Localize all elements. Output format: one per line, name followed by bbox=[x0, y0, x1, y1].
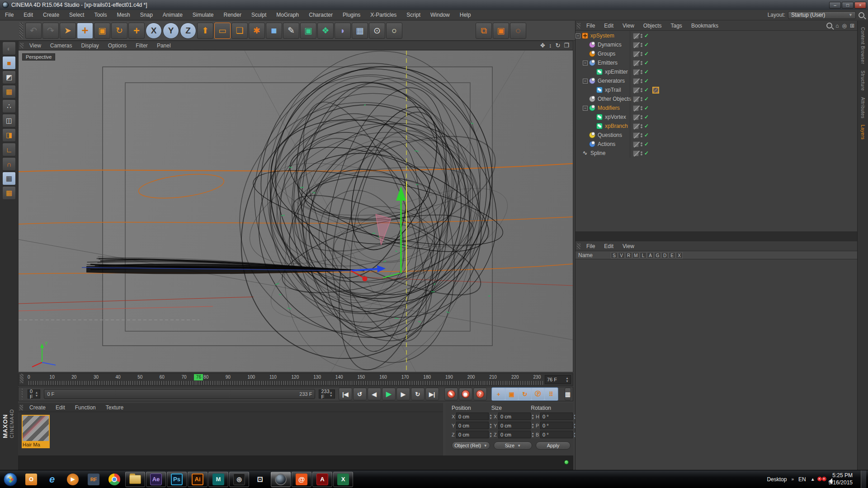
toolbar-button[interactable]: ▦ bbox=[352, 23, 368, 39]
viewport-nav-icon[interactable]: ✥ bbox=[540, 42, 545, 49]
stepper-icon[interactable]: ▲▼ bbox=[489, 413, 492, 420]
layer-column-button[interactable]: R bbox=[625, 252, 632, 258]
position-field[interactable]: Y0 cm▲▼ bbox=[452, 422, 492, 429]
mode-button[interactable]: ◫ bbox=[2, 114, 16, 127]
taskbar-after-effects[interactable]: Ae bbox=[146, 472, 166, 487]
toolbar-button[interactable]: ▭ bbox=[214, 23, 231, 39]
enabled-check-icon[interactable]: ✓ bbox=[644, 69, 649, 75]
stepper-icon[interactable]: ▲▼ bbox=[531, 413, 534, 420]
object-manager-menu-item[interactable]: File bbox=[582, 23, 599, 29]
transport-button[interactable]: |◀ bbox=[339, 388, 352, 400]
menu-item[interactable]: Create bbox=[38, 12, 64, 18]
object-row[interactable]: − xpEmitter ✓ bbox=[576, 67, 857, 76]
size-mode-dropdown[interactable]: Size▼ bbox=[494, 441, 532, 450]
start-frame-spinner[interactable]: 0 F▲▼ bbox=[28, 389, 40, 399]
timeline-grip[interactable] bbox=[20, 374, 24, 383]
material-name[interactable]: Hair Ma bbox=[22, 442, 50, 448]
menu-item[interactable]: Snap bbox=[135, 12, 158, 18]
object-manager-grip[interactable] bbox=[577, 23, 580, 28]
vertical-tab[interactable]: Content Browser bbox=[860, 27, 865, 64]
layer-toggle[interactable] bbox=[633, 96, 639, 102]
viewport-menu-item[interactable]: View bbox=[25, 42, 46, 49]
object-row[interactable]: − Questions ✓ bbox=[576, 131, 857, 140]
enabled-check-icon[interactable]: ✓ bbox=[644, 42, 649, 48]
coord-mode-dropdown[interactable]: Object (Rel)▼ bbox=[452, 441, 490, 450]
object-label[interactable]: xpVortex bbox=[605, 114, 626, 120]
search-icon[interactable] bbox=[859, 12, 864, 18]
toolbar-button[interactable]: ■ bbox=[266, 23, 282, 39]
layer-toggle[interactable] bbox=[633, 69, 639, 75]
enabled-check-icon[interactable]: ✓ bbox=[644, 123, 649, 129]
transport-button[interactable]: ▶| bbox=[425, 388, 439, 400]
toolbar-button[interactable]: + bbox=[77, 23, 93, 39]
transport-button[interactable]: ↺ bbox=[353, 388, 367, 400]
mode-button[interactable]: ▦ bbox=[2, 85, 16, 99]
keying-button[interactable]: + bbox=[492, 388, 505, 400]
preview-range-slider[interactable]: 0 F 233 F bbox=[44, 389, 315, 399]
apply-button[interactable]: Apply bbox=[536, 441, 571, 450]
toolbar-button[interactable]: + bbox=[128, 23, 145, 39]
material-swatch[interactable]: Hair Ma bbox=[22, 415, 50, 449]
toolbar-button[interactable]: ✱ bbox=[249, 23, 265, 39]
show-desktop-button[interactable] bbox=[861, 470, 866, 488]
frame-ruler[interactable]: 0102030405060708090100110120130140150160… bbox=[28, 374, 543, 385]
object-label[interactable]: Other Objects bbox=[598, 96, 631, 102]
object-row[interactable]: − Actions ✓ bbox=[576, 140, 857, 149]
mode-button[interactable]: ▦ bbox=[2, 172, 16, 185]
chevron-icon[interactable]: » bbox=[791, 477, 794, 482]
toolbar-button[interactable]: ○ bbox=[386, 23, 402, 39]
mode-button[interactable]: ◩ bbox=[2, 70, 16, 84]
viewport-nav-icon[interactable]: ↻ bbox=[555, 42, 560, 49]
start-button[interactable] bbox=[0, 472, 20, 487]
toolbar-button[interactable]: ❖ bbox=[317, 23, 334, 39]
enabled-check-icon[interactable]: ✓ bbox=[644, 150, 649, 156]
visibility-dots[interactable] bbox=[641, 97, 642, 102]
enabled-check-icon[interactable]: ✓ bbox=[644, 96, 649, 102]
transport-button[interactable]: ↻ bbox=[411, 388, 425, 400]
taskbar-explorer[interactable] bbox=[125, 472, 145, 487]
toolbar-button[interactable]: X bbox=[146, 23, 162, 39]
toolbar-button[interactable]: ◗ bbox=[335, 23, 351, 39]
viewport-menu-item[interactable]: Cameras bbox=[46, 42, 77, 49]
viewport-menu-item[interactable]: Display bbox=[76, 42, 103, 49]
object-label[interactable]: xpTrail bbox=[605, 87, 621, 93]
material-grip[interactable] bbox=[19, 405, 23, 410]
taskbar-cinema4d[interactable] bbox=[271, 472, 291, 487]
layer-column-button[interactable]: M bbox=[632, 252, 639, 258]
layer-menu-item[interactable]: File bbox=[582, 243, 599, 249]
object-label[interactable]: xpSystem bbox=[590, 33, 614, 39]
object-row[interactable]: − Other Objects ✓ bbox=[576, 94, 857, 103]
visibility-dots[interactable] bbox=[641, 61, 642, 66]
object-label[interactable]: Emitters bbox=[598, 60, 618, 66]
record-button[interactable]: ◉ bbox=[459, 388, 472, 400]
viewport-menu-item[interactable]: Filter bbox=[131, 42, 152, 49]
visibility-dots[interactable] bbox=[641, 151, 642, 156]
rotation-field[interactable]: B0 °▲▼ bbox=[536, 431, 576, 438]
layer-column-button[interactable]: S bbox=[611, 252, 618, 258]
object-label[interactable]: Dynamics bbox=[598, 42, 622, 48]
toolbar-button[interactable]: ❏ bbox=[231, 23, 248, 39]
menu-item[interactable]: Help bbox=[455, 12, 476, 18]
layer-toggle[interactable] bbox=[633, 132, 639, 138]
menu-item[interactable]: Select bbox=[64, 12, 89, 18]
layer-toggle[interactable] bbox=[633, 150, 639, 156]
object-label[interactable]: xpEmitter bbox=[605, 69, 628, 75]
mode-button[interactable]: ◐ bbox=[2, 42, 16, 55]
position-field[interactable]: Z0 cm▲▼ bbox=[452, 431, 492, 438]
toolbar-button[interactable]: ↶ bbox=[25, 23, 42, 39]
toolbar-button[interactable]: ➤ bbox=[60, 23, 76, 39]
stepper-icon[interactable]: ▲▼ bbox=[330, 391, 333, 397]
visibility-dots[interactable] bbox=[641, 52, 642, 56]
viewport-menu-item[interactable]: Panel bbox=[152, 42, 175, 49]
mode-button[interactable]: ∩ bbox=[2, 157, 16, 171]
expander-icon[interactable]: − bbox=[583, 79, 588, 84]
object-row[interactable]: − ✛ xpSystem ✓ bbox=[576, 31, 857, 40]
vertical-tab[interactable]: Attributes bbox=[860, 97, 865, 118]
tray-expand-icon[interactable]: ▲ bbox=[811, 477, 815, 482]
search-icon[interactable] bbox=[826, 23, 832, 28]
layer-toggle[interactable] bbox=[633, 114, 639, 120]
home-icon[interactable]: ⌂ bbox=[835, 23, 839, 29]
window-control-button[interactable]: × bbox=[854, 2, 866, 9]
transport-button[interactable]: ▶ bbox=[382, 388, 396, 400]
transport-button[interactable]: ◀ bbox=[368, 388, 381, 400]
